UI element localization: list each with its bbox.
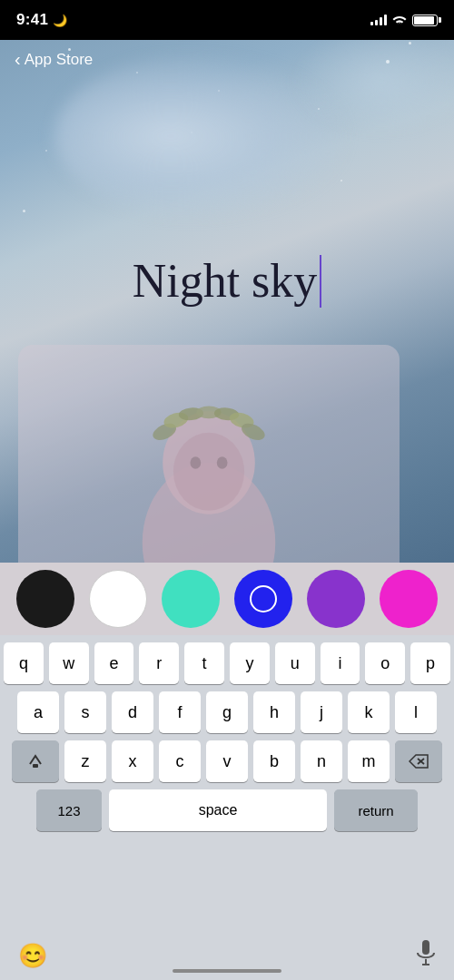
background-canvas: Night sky	[0, 0, 454, 599]
key-f[interactable]: f	[159, 691, 201, 733]
keyboard: q w e r t y u i o p a s d f g h j k l z …	[0, 635, 454, 980]
key-k[interactable]: k	[348, 691, 390, 733]
key-w[interactable]: w	[49, 642, 89, 684]
status-bar: 9:41 🌙	[0, 0, 454, 40]
key-i[interactable]: i	[321, 642, 360, 684]
nav-bar: ‹ App Store	[0, 40, 454, 80]
status-icons	[370, 14, 438, 27]
keyboard-row-2: a s d f g h j k l	[0, 691, 454, 733]
status-time: 9:41	[16, 11, 48, 29]
back-chevron-icon: ‹	[15, 49, 21, 70]
key-a[interactable]: a	[17, 691, 59, 733]
editor-text-content: Night sky	[133, 254, 318, 308]
mic-button[interactable]	[416, 939, 436, 972]
key-g[interactable]: g	[206, 691, 248, 733]
color-cyan[interactable]	[162, 570, 220, 628]
emoji-button[interactable]: 😊	[18, 942, 47, 970]
svg-rect-12	[33, 764, 38, 768]
key-n[interactable]: n	[301, 740, 342, 782]
shift-key[interactable]	[12, 740, 59, 782]
text-cursor	[320, 255, 321, 308]
person-panel	[18, 345, 400, 581]
moon-icon: 🌙	[53, 14, 67, 27]
battery-icon	[412, 15, 438, 26]
bottom-bar: 😊	[0, 940, 454, 980]
editor-text: Night sky	[133, 254, 322, 308]
key-l[interactable]: l	[395, 691, 437, 733]
color-picker-bar	[0, 563, 454, 635]
key-v[interactable]: v	[206, 740, 248, 782]
return-key[interactable]: return	[334, 789, 418, 831]
svg-point-2	[173, 433, 244, 511]
keyboard-row-1: q w e r t y u i o p	[0, 642, 454, 684]
svg-point-4	[217, 456, 228, 469]
person-figure	[18, 345, 400, 581]
key-j[interactable]: j	[301, 691, 342, 733]
color-blue[interactable]	[234, 570, 292, 628]
key-r[interactable]: r	[139, 642, 179, 684]
back-button[interactable]: ‹ App Store	[15, 50, 93, 70]
svg-point-3	[190, 456, 201, 469]
keyboard-row-4: 123 space return	[0, 789, 454, 831]
color-magenta[interactable]	[380, 570, 438, 628]
key-t[interactable]: t	[184, 642, 224, 684]
back-label: App Store	[25, 51, 94, 69]
key-e[interactable]: e	[94, 642, 134, 684]
backspace-key[interactable]	[395, 740, 442, 782]
text-input-area[interactable]: Night sky	[0, 254, 454, 308]
key-u[interactable]: u	[275, 642, 315, 684]
home-indicator	[173, 969, 281, 973]
wifi-icon	[392, 14, 407, 27]
color-purple[interactable]	[307, 570, 365, 628]
key-q[interactable]: q	[4, 642, 44, 684]
key-p[interactable]: p	[410, 642, 450, 684]
key-b[interactable]: b	[253, 740, 295, 782]
key-y[interactable]: y	[230, 642, 270, 684]
key-x[interactable]: x	[112, 740, 153, 782]
keyboard-row-3: z x c v b n m	[0, 740, 454, 782]
key-m[interactable]: m	[348, 740, 390, 782]
space-key[interactable]: space	[109, 789, 327, 831]
key-h[interactable]: h	[253, 691, 295, 733]
key-s[interactable]: s	[64, 691, 106, 733]
color-white[interactable]	[89, 570, 147, 628]
key-o[interactable]: o	[365, 642, 405, 684]
numbers-key[interactable]: 123	[36, 789, 102, 831]
key-c[interactable]: c	[159, 740, 201, 782]
color-black[interactable]	[16, 570, 74, 628]
key-z[interactable]: z	[64, 740, 106, 782]
key-d[interactable]: d	[112, 691, 153, 733]
svg-rect-15	[422, 940, 429, 955]
signal-icon	[370, 15, 387, 25]
